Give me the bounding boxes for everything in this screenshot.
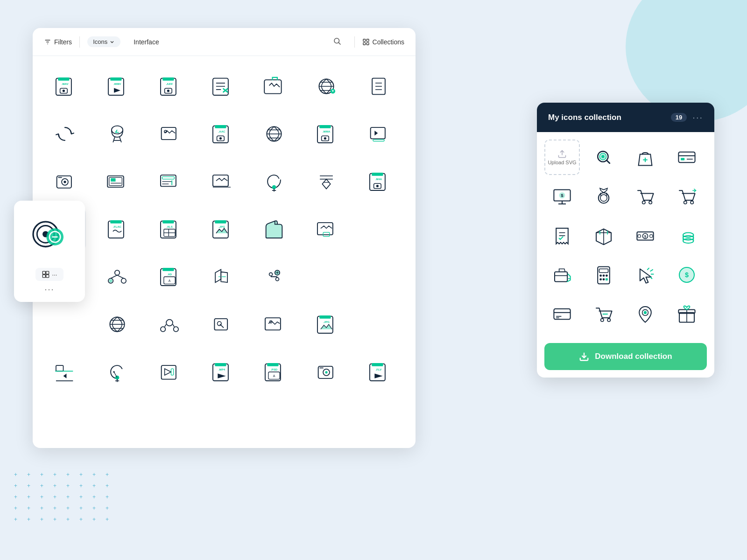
list-item[interactable]: $ <box>627 218 663 253</box>
list-item[interactable] <box>44 113 86 155</box>
search-area[interactable]: Interface <box>128 37 346 47</box>
list-item[interactable] <box>96 113 138 155</box>
list-item[interactable]: .AIFF <box>148 65 190 107</box>
list-item[interactable] <box>586 296 621 332</box>
svg-rect-168 <box>370 364 385 381</box>
list-item[interactable] <box>96 351 138 393</box>
list-item[interactable] <box>253 208 295 250</box>
svg-point-236 <box>601 319 604 322</box>
list-item[interactable] <box>627 140 663 175</box>
list-item[interactable] <box>44 351 86 393</box>
svg-line-112 <box>117 275 124 279</box>
list-item[interactable] <box>253 256 295 298</box>
list-item[interactable] <box>96 161 138 203</box>
svg-rect-178 <box>42 271 45 274</box>
list-item[interactable] <box>253 65 295 107</box>
list-item[interactable] <box>358 113 400 155</box>
list-item[interactable]: .AAC <box>201 113 243 155</box>
add-to-collection-button[interactable]: ··· <box>35 268 64 281</box>
list-item[interactable]: .FLV <box>358 351 400 393</box>
list-item[interactable] <box>305 351 347 393</box>
list-item[interactable] <box>358 65 400 107</box>
list-item[interactable] <box>201 161 243 203</box>
list-item[interactable]: $ <box>669 257 705 293</box>
svg-point-110 <box>121 278 126 283</box>
svg-text:.MP4: .MP4 <box>218 368 226 371</box>
icons-dropdown[interactable]: Icons <box>87 36 120 47</box>
svg-rect-8 <box>366 42 369 45</box>
download-collection-button[interactable]: Download collection <box>544 343 707 370</box>
list-item[interactable]: .XLS <box>148 208 190 250</box>
list-item[interactable] <box>305 65 347 107</box>
list-item[interactable]: .WMV <box>96 65 138 107</box>
list-item[interactable]: .XD A <box>148 256 190 298</box>
svg-line-111 <box>111 275 117 279</box>
list-item[interactable]: .M4A <box>358 161 400 203</box>
list-item[interactable] <box>669 140 705 175</box>
svg-rect-18 <box>161 78 176 95</box>
svg-point-123 <box>275 278 279 281</box>
svg-rect-64 <box>111 178 115 182</box>
list-item[interactable] <box>201 256 243 298</box>
list-item[interactable] <box>253 113 295 155</box>
list-item[interactable]: .MP4 <box>201 351 243 393</box>
collection-more-button[interactable]: ··· <box>692 112 703 123</box>
list-item[interactable] <box>586 179 621 214</box>
list-item[interactable] <box>96 256 138 298</box>
list-item[interactable]: .JPG <box>305 303 347 345</box>
list-item[interactable] <box>586 140 621 175</box>
svg-rect-23 <box>213 78 228 95</box>
svg-point-216 <box>683 233 693 238</box>
svg-text:.JPG: .JPG <box>218 225 225 228</box>
list-item[interactable] <box>253 161 295 203</box>
list-item[interactable] <box>627 179 663 214</box>
list-item[interactable] <box>201 65 243 107</box>
collection-header: My icons collection 19 ··· <box>537 103 714 132</box>
list-item[interactable]: .JPG <box>201 208 243 250</box>
svg-rect-142 <box>317 316 333 333</box>
list-item[interactable] <box>544 257 580 293</box>
list-item[interactable] <box>669 179 705 214</box>
svg-rect-67 <box>162 177 174 179</box>
list-item[interactable] <box>544 218 580 253</box>
collections-button[interactable]: Collections <box>362 38 404 46</box>
svg-text:$: $ <box>561 193 564 198</box>
toolbar-divider-1 <box>79 36 80 48</box>
list-item[interactable]: $ <box>544 179 580 214</box>
list-item[interactable] <box>148 113 190 155</box>
svg-point-3 <box>334 38 339 43</box>
list-item[interactable] <box>201 303 243 345</box>
list-item[interactable] <box>669 218 705 253</box>
svg-text:$: $ <box>685 271 689 279</box>
svg-text:.WMV: .WMV <box>113 83 121 85</box>
list-item[interactable] <box>586 257 621 293</box>
upload-svg-button[interactable]: Upload SVG <box>544 140 580 175</box>
list-item[interactable] <box>305 208 347 250</box>
list-item[interactable] <box>148 351 190 393</box>
more-options-button[interactable]: ··· <box>44 285 54 294</box>
collections-label: Collections <box>373 38 404 46</box>
dot-grid-decoration: ++++++++ ++++++++ ++++++++ ++++++++ ++++… <box>14 471 114 523</box>
list-item[interactable] <box>253 303 295 345</box>
svg-point-133 <box>161 327 165 331</box>
list-item[interactable] <box>148 161 190 203</box>
list-item[interactable] <box>544 296 580 332</box>
svg-point-202 <box>691 201 693 204</box>
list-item[interactable] <box>586 218 621 253</box>
list-item[interactable]: .WAV <box>44 65 86 107</box>
list-item[interactable] <box>627 296 663 332</box>
list-item[interactable] <box>627 257 663 293</box>
list-item[interactable] <box>148 303 190 345</box>
list-item[interactable]: .WMA <box>305 113 347 155</box>
svg-point-13 <box>63 90 65 92</box>
upload-label: Upload SVG <box>548 160 576 165</box>
search-icon[interactable] <box>333 37 341 47</box>
list-item[interactable] <box>305 161 347 203</box>
list-item[interactable] <box>669 296 705 332</box>
list-item[interactable]: .FLAC <box>96 208 138 250</box>
list-item[interactable] <box>44 161 86 203</box>
list-item[interactable] <box>96 303 138 345</box>
filters-button[interactable]: Filters <box>44 38 72 46</box>
upload-icon <box>557 149 567 159</box>
list-item[interactable]: .PSD A <box>253 351 295 393</box>
